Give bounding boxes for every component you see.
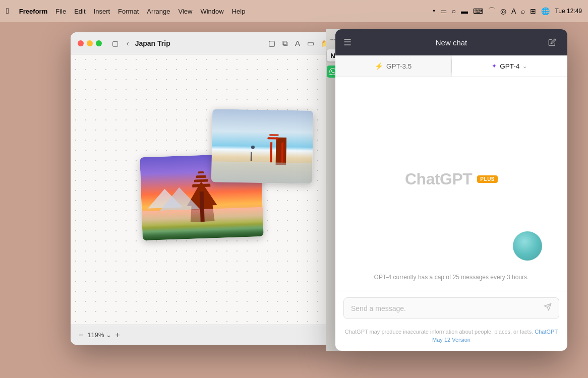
menubar-right: • ▭ ○ ▬ ⌨ ⌒ ◎ A ⌕ ⊞ 🌐 Tue 12:49 [433,7,582,16]
menu-window[interactable]: Window [200,8,223,15]
freeform-bottom-bar: − 119% ⌄ + [71,325,338,345]
star-icon: ✦ [492,62,497,70]
menu-view[interactable]: View [179,8,193,15]
gpt4-label: GPT-4 [500,62,519,70]
circle-icon: ○ [452,7,456,15]
sidebar-toggle-button[interactable]: ▢ [110,38,121,48]
dot-indicator: • [433,8,435,15]
app-name[interactable]: Freeform [19,8,47,15]
zoom-out-button[interactable]: − [78,331,84,340]
gpt35-label: GPT-3.5 [386,62,411,70]
profile-icon: 🌐 [541,7,550,15]
iphone-icon: ▭ [440,7,447,15]
chat-input-box: Send a message. [343,297,559,319]
zoom-controls: − 119% ⌄ + [78,331,121,340]
menu-format[interactable]: Format [118,8,139,15]
traffic-lights [78,40,102,46]
menubar:  Freeform File Edit Insert Format Arran… [0,0,588,22]
controlcenter-icon[interactable]: ⊞ [530,7,536,15]
wifi-icon: ⌒ [488,7,495,16]
close-button[interactable] [78,40,84,46]
menu-insert[interactable]: Insert [94,8,110,15]
battery-icon: ▬ [461,7,468,15]
chatgpt-brand: ChatGPT PLUS [405,170,498,188]
freeform-window: ▢ ‹ Japan Trip ▢ ⧉ A ▭ 📁 [71,32,338,345]
zoom-level-dropdown[interactable]: 119% ⌄ [87,331,111,339]
menu-arrange[interactable]: Arrange [147,8,170,15]
chatgpt-panel: ☰ New chat ⚡ GPT-3.5 ✦ GPT-4 ⌄ ChatGPT P… [335,29,567,351]
chatgpt-disclaimer: ChatGPT may produce inaccurate informati… [335,325,567,351]
chat-input-placeholder[interactable]: Send a message. [351,304,544,312]
back-button[interactable]: ‹ [125,38,131,48]
chevron-down-icon: ⌄ [522,63,527,70]
plus-badge: PLUS [477,175,498,183]
photo-card-torii[interactable] [211,109,314,183]
menu-edit[interactable]: Edit [74,8,85,15]
zoom-level-text: 119% [87,331,104,339]
duplicate-icon[interactable]: ⧉ [282,39,288,48]
gpt35-tab[interactable]: ⚡ GPT-3.5 [335,55,451,77]
freeform-canvas[interactable] [71,54,338,325]
cap-notice-text: GPT-4 currently has a cap of 25 messages… [374,274,529,281]
minimize-button[interactable] [87,40,93,46]
chat-send-button[interactable] [544,303,552,313]
chatgpt-input-area: Send a message. [335,291,567,325]
accessibility-icon: A [511,7,516,15]
model-tabs: ⚡ GPT-3.5 ✦ GPT-4 ⌄ [335,55,567,77]
zoom-in-button[interactable]: + [114,331,121,340]
chatgpt-header-title: New chat [358,38,545,47]
chatgpt-header: ☰ New chat [335,29,567,55]
teal-orb-decoration [513,231,542,261]
chatgpt-menu-button[interactable]: ☰ [343,37,351,48]
desktop: ▢ ‹ Japan Trip ▢ ⧉ A ▭ 📁 [0,22,588,378]
maximize-button[interactable] [96,40,102,46]
clock: Tue 12:49 [555,8,582,15]
apple-menu[interactable]:  [6,7,9,16]
lightning-icon: ⚡ [375,62,383,70]
search-icon[interactable]: ⌕ [521,7,525,15]
chatgpt-brand-name: ChatGPT [405,170,472,188]
zoom-fit-icon[interactable]: ▢ [268,39,275,48]
freeform-title: Japan Trip [135,39,170,47]
zoom-chevron-icon: ⌄ [106,331,111,339]
text-icon[interactable]: A [295,39,300,48]
disclaimer-text: ChatGPT may produce inaccurate informati… [345,329,533,335]
cap-notice: GPT-4 currently has a cap of 25 messages… [335,274,567,281]
chatgpt-new-chat-button[interactable] [545,35,559,49]
menu-file[interactable]: File [55,8,66,15]
media-icon[interactable]: ▭ [307,39,314,48]
freeform-titlebar: ▢ ‹ Japan Trip ▢ ⧉ A ▭ 📁 [71,32,338,54]
screentime-icon: ◎ [500,7,506,15]
gpt4-tab[interactable]: ✦ GPT-4 ⌄ [452,55,568,77]
chatgpt-main: ChatGPT PLUS GPT-4 currently has a cap o… [335,77,567,291]
keyboard-icon: ⌨ [473,7,483,15]
menu-help[interactable]: Help [232,8,246,15]
freeform-toolbar: ▢ ⧉ A ▭ 📁 [268,39,331,48]
torii-image [211,109,314,183]
